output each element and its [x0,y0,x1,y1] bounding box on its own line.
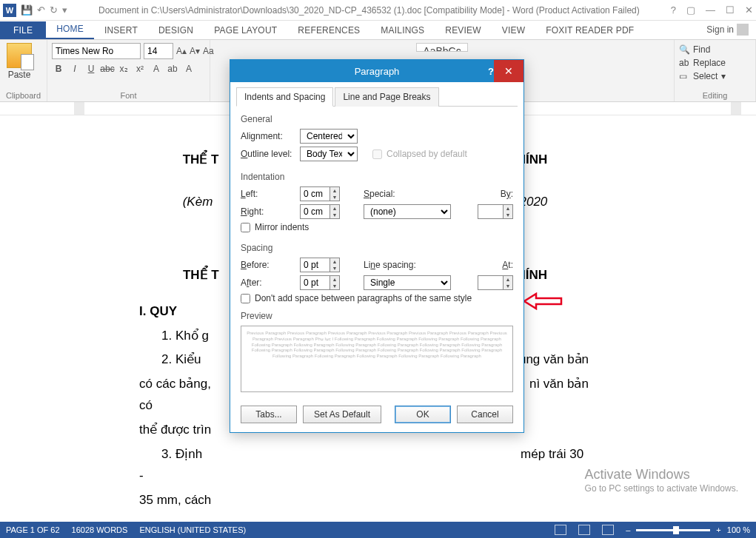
tab-file[interactable]: FILE [0,21,46,39]
special-combo[interactable]: (none) [364,204,451,219]
italic-button[interactable]: I [68,62,81,75]
dont-add-space-checkbox[interactable] [241,294,250,303]
tab-view[interactable]: VIEW [492,21,535,39]
grow-font-icon[interactable]: A▴ [176,44,187,58]
sign-in-link[interactable]: Sign in [699,20,756,39]
cancel-button[interactable]: Cancel [457,406,513,423]
save-icon[interactable]: 💾 [21,4,33,16]
para-3b: mép trái 30 - [139,447,583,482]
spinner-up-icon[interactable]: ▲ [330,276,339,283]
tab-foxit[interactable]: FOXIT READER PDF [535,21,644,39]
dont-add-space-label: Don't add space between paragraphs of th… [255,293,472,303]
text-effects-button[interactable]: A [150,62,163,75]
ok-button[interactable]: OK [395,406,451,423]
tabs-button[interactable]: Tabs... [241,406,297,423]
paste-button[interactable]: Paste [4,43,34,80]
minimize-icon[interactable]: — [706,4,715,16]
spinner-up-icon[interactable]: ▲ [330,187,339,194]
print-layout-icon[interactable] [578,525,590,535]
dialog-title-bar[interactable]: Paragraph ? ✕ [230,60,523,82]
dialog-title: Paragraph [355,66,400,77]
spinner-down-icon[interactable]: ▼ [330,212,339,218]
undo-icon[interactable]: ↶ [37,4,45,16]
highlight-button[interactable]: ab [166,62,179,75]
font-size-combo[interactable] [144,43,173,59]
status-bar: PAGE 1 OF 62 16028 WORDS ENGLISH (UNITED… [0,522,756,538]
find-icon: 🔍 [679,44,689,55]
dialog-help-icon[interactable]: ? [488,66,494,77]
select-button[interactable]: ▭Select ▾ [679,70,751,83]
superscript-button[interactable]: x² [133,62,147,75]
collapsed-label: Collapsed by default [387,149,467,159]
mirror-indents-label: Mirror indents [255,222,309,232]
spinner-down-icon[interactable]: ▼ [330,283,339,289]
read-mode-icon[interactable] [555,525,566,535]
activate-watermark: Activate Windows Go to PC settings to ac… [585,466,738,495]
zoom-value[interactable]: 100 % [727,525,750,534]
select-icon: ▭ [679,71,689,81]
after-label: After: [241,278,294,288]
web-layout-icon[interactable] [602,525,614,535]
paragraph-dialog: Paragraph ? ✕ Indents and Spacing Line a… [230,59,524,433]
outline-label: Outline level: [241,149,294,159]
redo-icon[interactable]: ↻ [50,4,58,16]
zoom-out-button[interactable]: – [626,525,630,534]
maximize-icon[interactable]: ☐ [726,4,735,16]
tab-references[interactable]: REFERENCES [287,21,370,39]
replace-icon: ab [679,58,689,68]
window-title: Document in C:\Users\Administrator\Downl… [67,5,671,16]
dialog-tab-indents[interactable]: Indents and Spacing [236,87,333,107]
outline-combo[interactable]: Body Text [300,147,358,161]
spinner-up-icon[interactable]: ▲ [503,276,512,283]
tab-page-layout[interactable]: PAGE LAYOUT [204,21,287,39]
spinner-down-icon[interactable]: ▼ [503,283,512,289]
font-name-combo[interactable] [52,43,141,59]
title-bar: W 💾 ↶ ↻ ▾ Document in C:\Users\Administr… [0,0,756,21]
spinner-up-icon[interactable]: ▲ [330,205,339,212]
find-button[interactable]: 🔍Find [679,43,751,56]
paste-icon [7,43,32,68]
mirror-indents-checkbox[interactable] [241,223,250,232]
zoom-in-button[interactable]: + [716,525,720,534]
status-language[interactable]: ENGLISH (UNITED STATES) [139,525,246,534]
alignment-label: Alignment: [241,131,294,141]
avatar-icon [737,24,749,36]
tab-home[interactable]: HOME [46,20,94,39]
line-kem: (Kèm [183,195,213,209]
underline-button[interactable]: U [84,62,98,75]
spinner-down-icon[interactable]: ▼ [330,265,339,272]
tab-insert[interactable]: INSERT [94,21,148,39]
bold-button[interactable]: B [52,62,65,75]
status-words[interactable]: 16028 WORDS [72,525,128,534]
tab-review[interactable]: REVIEW [435,21,492,39]
shrink-font-icon[interactable]: A▾ [190,44,200,58]
spinner-down-icon[interactable]: ▼ [503,212,512,218]
dialog-close-button[interactable]: ✕ [494,60,523,82]
group-clipboard-label: Clipboard [4,90,42,100]
ribbon-options-icon[interactable]: ▢ [686,4,695,16]
tab-design[interactable]: DESIGN [148,21,204,39]
spinner-up-icon[interactable]: ▲ [330,258,339,265]
dialog-tab-linebreaks[interactable]: Line and Page Breaks [335,87,438,107]
para-2a: 2. Kiểu [161,352,201,366]
spinner-down-icon[interactable]: ▼ [330,194,339,201]
group-editing-label: Editing [679,90,751,100]
help-icon[interactable]: ? [671,4,676,16]
qat-customize-icon[interactable]: ▾ [62,4,67,16]
replace-button[interactable]: abReplace [679,56,751,70]
close-window-icon[interactable]: ✕ [745,4,753,16]
style-box-1[interactable]: AaBbCc [416,43,468,52]
spinner-up-icon[interactable]: ▲ [503,205,512,212]
subscript-button[interactable]: x₂ [117,62,130,75]
zoom-slider[interactable] [636,529,710,531]
status-page[interactable]: PAGE 1 OF 62 [6,525,60,534]
set-default-button[interactable]: Set As Default [303,406,381,423]
indent-right-label: Right: [241,206,294,217]
alignment-combo[interactable]: Centered [300,129,358,144]
tab-mailings[interactable]: MAILINGS [370,21,435,39]
font-color-button[interactable]: A [182,62,195,75]
heading-preview: Preview [241,311,513,321]
line-spacing-combo[interactable]: Single [364,275,451,290]
strike-button[interactable]: abc [101,62,114,75]
indent-left-label: Left: [241,189,294,199]
